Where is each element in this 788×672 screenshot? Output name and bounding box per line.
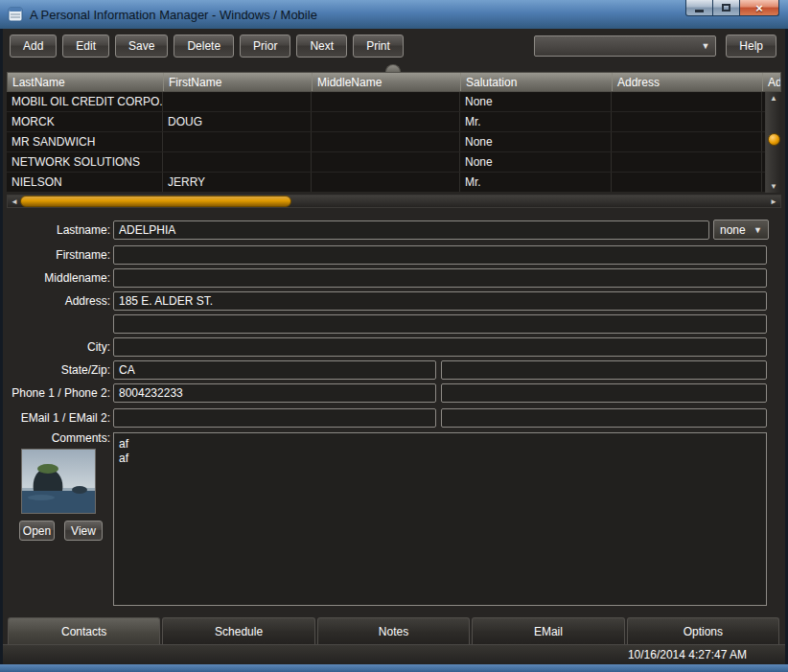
- middlename-field[interactable]: [113, 268, 767, 288]
- vertical-scroll-thumb[interactable]: [768, 133, 780, 146]
- delete-button[interactable]: Delete: [174, 35, 234, 58]
- cell-firstname: [163, 92, 312, 111]
- view-photo-button[interactable]: View: [64, 521, 103, 541]
- address2-field[interactable]: [113, 314, 767, 334]
- cell-lastname: MORCK: [7, 112, 163, 131]
- horizontal-scroll-thumb[interactable]: [20, 196, 291, 207]
- cell-lastname: NETWORK SOLUTIONS: [7, 152, 163, 172]
- tab-contacts[interactable]: Contacts: [8, 617, 160, 644]
- print-button[interactable]: Print: [353, 35, 404, 58]
- comments-field[interactable]: af af: [113, 432, 767, 606]
- grid-rows: MOBIL OIL CREDIT CORPO... None MORCK DOU…: [7, 92, 765, 193]
- vertical-scrollbar[interactable]: ▲ ▼: [765, 92, 781, 193]
- edit-button[interactable]: Edit: [62, 35, 109, 58]
- cell-lastname: MOBIL OIL CREDIT CORPO...: [7, 92, 163, 111]
- lastname-row: Lastname: none ▼: [8, 220, 769, 240]
- column-header-middlename[interactable]: MiddleName: [313, 73, 461, 91]
- table-row[interactable]: MR SANDWICH None: [7, 132, 765, 152]
- cell-firstname: [163, 132, 312, 151]
- maximize-button[interactable]: [713, 0, 740, 16]
- cell-salutation: None: [460, 132, 612, 151]
- email2-field[interactable]: [441, 408, 767, 428]
- contact-photo: [21, 449, 96, 514]
- city-field[interactable]: [113, 337, 767, 357]
- cell-firstname: JERRY: [163, 173, 312, 192]
- splitter-grip[interactable]: [385, 64, 401, 72]
- status-datetime: 10/16/2014 4:27:47 AM: [628, 648, 747, 661]
- state-field[interactable]: [113, 360, 436, 380]
- app-window: A Personal Information Manager - Windows…: [0, 0, 788, 672]
- cell-address: [612, 173, 762, 192]
- tab-schedule[interactable]: Schedule: [162, 617, 314, 644]
- close-icon: ×: [755, 2, 763, 14]
- app-icon: [8, 7, 23, 22]
- close-button[interactable]: ×: [740, 0, 779, 16]
- cell-salutation: Mr.: [460, 173, 612, 192]
- grid-header: LastName FirstName MiddleName Salutation…: [7, 72, 781, 92]
- city-label: City:: [8, 340, 110, 354]
- phone2-field[interactable]: [441, 383, 767, 403]
- lastname-field[interactable]: [113, 220, 709, 240]
- open-photo-button[interactable]: Open: [19, 521, 55, 541]
- address2-row: [8, 313, 769, 334]
- cell-firstname: DOUG: [163, 112, 312, 131]
- add-button[interactable]: Add: [10, 35, 57, 58]
- emails-row: EMail 1 / EMail 2:: [8, 407, 769, 428]
- middlename-label: Middlename:: [8, 271, 110, 285]
- city-row: City:: [8, 336, 769, 357]
- window-title: A Personal Information Manager - Windows…: [30, 8, 317, 22]
- tab-options[interactable]: Options: [627, 617, 779, 644]
- cell-middlename: [312, 92, 460, 111]
- chevron-down-icon: ▼: [753, 225, 762, 235]
- save-button[interactable]: Save: [115, 35, 168, 58]
- table-row[interactable]: MOBIL OIL CREDIT CORPO... None: [7, 92, 765, 112]
- column-header-address2[interactable]: Add: [763, 73, 780, 91]
- statezip-row: State/Zip:: [8, 359, 769, 380]
- statezip-label: State/Zip:: [8, 363, 110, 377]
- chevron-down-icon: ▼: [701, 41, 709, 51]
- column-header-salutation[interactable]: Salutation: [461, 73, 613, 91]
- scroll-up-icon[interactable]: ▲: [766, 92, 781, 104]
- cell-salutation: None: [460, 92, 612, 111]
- tab-email[interactable]: EMail: [472, 617, 624, 644]
- bottom-tabs: Contacts Schedule Notes EMail Options: [8, 617, 779, 644]
- scroll-down-icon[interactable]: ▼: [766, 180, 781, 193]
- minimize-button[interactable]: [685, 0, 713, 16]
- table-row[interactable]: NETWORK SOLUTIONS None: [7, 152, 765, 173]
- grid-body: MOBIL OIL CREDIT CORPO... None MORCK DOU…: [7, 92, 781, 193]
- search-combobox[interactable]: ▼: [534, 35, 716, 57]
- tab-notes[interactable]: Notes: [317, 617, 470, 644]
- scroll-right-icon[interactable]: ►: [767, 197, 780, 206]
- window-border-bottom: [0, 664, 788, 672]
- email1-field[interactable]: [113, 408, 436, 428]
- cell-lastname: NIELSON: [7, 173, 163, 192]
- titlebar[interactable]: A Personal Information Manager - Windows…: [0, 0, 788, 29]
- window-controls: ×: [685, 0, 779, 16]
- zip-field[interactable]: [441, 360, 767, 380]
- cell-address: [612, 92, 762, 111]
- window-border-left: [0, 29, 3, 664]
- firstname-label: Firstname:: [8, 248, 110, 262]
- horizontal-scrollbar[interactable]: ◄ ►: [7, 195, 781, 208]
- cell-firstname: [163, 152, 312, 172]
- column-header-lastname[interactable]: LastName: [8, 73, 164, 91]
- next-button[interactable]: Next: [296, 35, 347, 58]
- scroll-left-icon[interactable]: ◄: [8, 197, 21, 206]
- address-row: Address:: [8, 290, 769, 311]
- salutation-combobox[interactable]: none ▼: [713, 220, 769, 240]
- column-header-address[interactable]: Address: [613, 73, 763, 91]
- status-bar: 10/16/2014 4:27:47 AM: [3, 644, 785, 664]
- column-header-firstname[interactable]: FirstName: [164, 73, 313, 91]
- phone1-field[interactable]: [113, 383, 436, 403]
- phones-row: Phone 1 / Phone 2:: [8, 382, 769, 403]
- help-button[interactable]: Help: [726, 35, 776, 58]
- cell-address: [612, 152, 762, 172]
- minimize-icon: [695, 10, 704, 12]
- table-row[interactable]: MORCK DOUG Mr.: [7, 112, 765, 132]
- address-field[interactable]: [113, 291, 767, 311]
- firstname-field[interactable]: [113, 245, 767, 265]
- table-row[interactable]: NIELSON JERRY Mr.: [7, 173, 765, 193]
- contacts-grid: LastName FirstName MiddleName Salutation…: [7, 72, 781, 208]
- address-label: Address:: [8, 294, 110, 308]
- prior-button[interactable]: Prior: [240, 35, 290, 58]
